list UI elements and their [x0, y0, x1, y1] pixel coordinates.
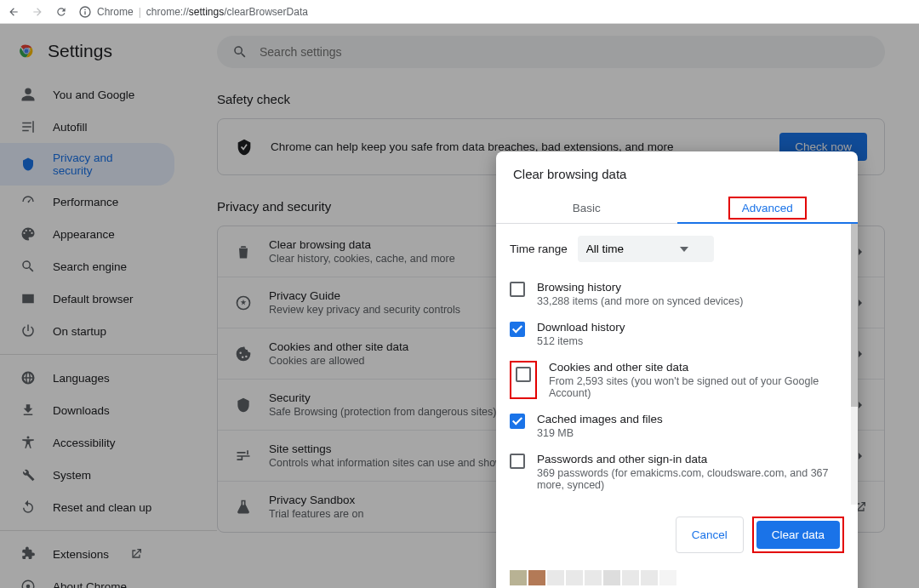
dialog-title: Clear browsing data [496, 151, 858, 193]
clear-data-button[interactable]: Clear data [756, 521, 840, 549]
site-info-icon [78, 5, 92, 19]
checkbox[interactable] [510, 454, 525, 469]
chk-cached-images[interactable]: Cached images and files319 MB [510, 406, 844, 446]
clear-browsing-data-dialog: Clear browsing data Basic Advanced Time … [496, 151, 858, 588]
chk-passwords[interactable]: Passwords and other sign-in data369 pass… [510, 446, 844, 498]
dialog-body: Time range All time Browsing history33,2… [496, 224, 858, 505]
time-range-label: Time range [510, 243, 568, 255]
product-label: Chrome [97, 6, 134, 18]
back-button[interactable] [7, 5, 20, 19]
url: chrome://settings/clearBrowserData [146, 6, 308, 18]
dialog-tabs: Basic Advanced [496, 193, 858, 224]
chk-browsing-history[interactable]: Browsing history33,288 items (and more o… [510, 274, 844, 314]
time-range-select[interactable]: All time [578, 236, 714, 262]
synced-account-preview [496, 565, 858, 588]
chk-cookies[interactable]: Cookies and other site dataFrom 2,593 si… [510, 354, 844, 406]
dialog-scrollbar[interactable] [851, 224, 858, 505]
checkbox[interactable] [510, 414, 525, 429]
dialog-actions: Cancel Clear data [496, 505, 858, 565]
forward-button[interactable] [31, 5, 44, 19]
chevron-down-icon [680, 245, 688, 254]
tab-basic[interactable]: Basic [496, 193, 677, 223]
address-bar[interactable]: Chrome | chrome://settings/clearBrowserD… [78, 5, 308, 19]
checkbox[interactable] [510, 282, 525, 297]
browser-toolbar: Chrome | chrome://settings/clearBrowserD… [0, 0, 919, 24]
checkbox[interactable] [516, 367, 531, 382]
cancel-button[interactable]: Cancel [676, 517, 744, 553]
tab-advanced[interactable]: Advanced [677, 193, 859, 223]
reload-button[interactable] [54, 5, 68, 19]
chk-download-history[interactable]: Download history512 items [510, 314, 844, 354]
checkbox[interactable] [510, 322, 525, 337]
